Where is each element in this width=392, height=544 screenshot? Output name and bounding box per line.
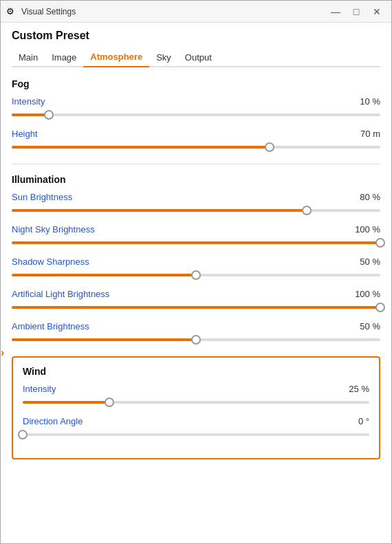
wind-intensity-row: Intensity 25 % (23, 384, 369, 408)
main-content: Custom Preset Main Image Atmosphere Sky … (1, 23, 391, 543)
maximize-button[interactable]: □ (347, 3, 365, 21)
fog-height-value: 70 m (360, 129, 380, 139)
wind-direction-angle-value: 0 ° (358, 416, 369, 426)
fog-intensity-thumb[interactable] (44, 110, 54, 120)
minimize-button[interactable]: — (327, 3, 345, 21)
wind-direction-angle-label: Direction Angle (23, 416, 83, 426)
shadow-sharpness-value: 50 % (360, 257, 380, 267)
ambient-brightness-label-row: Ambient Brightness 50 % (12, 321, 380, 331)
night-sky-brightness-label-row: Night Sky Brightness 100 % (12, 224, 380, 235)
title-bar: ⚙ Visual Settings — □ ✕ (1, 1, 391, 23)
wind-direction-angle-row: Direction Angle 0 ° (23, 416, 369, 440)
ambient-brightness-row: Ambient Brightness 50 % (12, 321, 380, 345)
app-window: ⚙ Visual Settings — □ ✕ Custom Preset Ma… (0, 0, 392, 544)
wind-intensity-thumb[interactable] (105, 398, 114, 407)
fog-intensity-slider[interactable] (12, 109, 380, 120)
night-sky-brightness-value: 100 % (355, 224, 380, 235)
fog-height-slider[interactable] (12, 142, 380, 153)
wind-direction-angle-label-row: Direction Angle 0 ° (23, 416, 369, 426)
fog-section: Fog Intensity 10 % Heig (12, 78, 380, 153)
window-title: Visual Settings (21, 7, 76, 17)
tab-main[interactable]: Main (12, 47, 45, 67)
artificial-light-brightness-label-row: Artificial Light Brightness 100 % (12, 289, 380, 299)
ambient-brightness-label: Ambient Brightness (12, 321, 89, 331)
wind-intensity-label: Intensity (23, 384, 56, 394)
night-sky-brightness-track-fill (12, 241, 380, 244)
shadow-sharpness-row: Shadow Sharpness 50 % (12, 257, 380, 281)
wind-direction-angle-slider[interactable] (23, 429, 369, 440)
illumination-section: Illumination Sun Brightness 80 % (12, 174, 380, 345)
artificial-light-brightness-slider[interactable] (12, 302, 380, 313)
wind-section: Wind Intensity 25 % Dir (12, 356, 380, 459)
shadow-sharpness-track-fill (12, 274, 196, 276)
night-sky-brightness-slider[interactable] (12, 237, 380, 248)
sun-brightness-slider[interactable] (12, 205, 380, 216)
side-arrow-icon: › (1, 347, 4, 359)
illumination-section-title: Illumination (12, 174, 380, 185)
shadow-sharpness-label-row: Shadow Sharpness 50 % (12, 257, 380, 267)
fog-height-label: Height (12, 129, 38, 139)
sun-brightness-label: Sun Brightness (12, 192, 72, 202)
sun-brightness-value: 80 % (360, 192, 380, 202)
tab-output[interactable]: Output (178, 47, 219, 67)
shadow-sharpness-label: Shadow Sharpness (12, 257, 89, 267)
fog-intensity-track-bg (12, 113, 380, 116)
title-bar-left: ⚙ Visual Settings (6, 6, 76, 17)
window-controls: — □ ✕ (327, 3, 386, 21)
fog-section-title: Fog (12, 78, 380, 89)
fog-height-label-row: Height 70 m (12, 129, 380, 139)
fog-height-row: Height 70 m (12, 129, 380, 153)
tab-sky[interactable]: Sky (149, 47, 178, 67)
wind-intensity-slider[interactable] (23, 397, 369, 408)
wind-direction-angle-thumb[interactable] (18, 430, 28, 439)
wind-direction-angle-track-bg (23, 433, 369, 436)
ambient-brightness-value: 50 % (360, 321, 380, 331)
night-sky-brightness-row: Night Sky Brightness 100 % (12, 224, 380, 248)
fog-intensity-value: 10 % (360, 96, 380, 107)
sun-brightness-thumb[interactable] (302, 206, 312, 215)
tab-bar: Main Image Atmosphere Sky Output (12, 47, 380, 67)
night-sky-brightness-thumb[interactable] (375, 238, 385, 248)
artificial-light-brightness-row: Artificial Light Brightness 100 % (12, 289, 380, 313)
tab-image[interactable]: Image (45, 47, 83, 67)
tab-atmosphere[interactable]: Atmosphere (83, 47, 149, 67)
fog-intensity-label-row: Intensity 10 % (12, 96, 380, 107)
sun-brightness-row: Sun Brightness 80 % (12, 192, 380, 216)
close-button[interactable]: ✕ (368, 3, 386, 21)
fog-height-thumb[interactable] (265, 142, 274, 152)
wind-intensity-value: 25 % (349, 384, 369, 394)
artificial-light-brightness-value: 100 % (355, 289, 380, 299)
artificial-light-brightness-thumb[interactable] (375, 303, 385, 312)
ambient-brightness-slider[interactable] (12, 334, 380, 345)
content-body: › Fog Intensity 10 % (12, 78, 380, 459)
wind-section-title: Wind (23, 366, 369, 377)
wind-intensity-label-row: Intensity 25 % (23, 384, 369, 394)
night-sky-brightness-label: Night Sky Brightness (12, 224, 95, 235)
ambient-brightness-thumb[interactable] (191, 335, 201, 345)
fog-illumination-divider (12, 164, 380, 164)
artificial-light-brightness-label: Artificial Light Brightness (12, 289, 109, 299)
shadow-sharpness-thumb[interactable] (191, 270, 201, 280)
fog-height-track-fill (12, 146, 270, 149)
shadow-sharpness-slider[interactable] (12, 270, 380, 281)
artificial-light-brightness-track-fill (12, 306, 380, 309)
app-icon: ⚙ (6, 6, 17, 17)
fog-intensity-track-fill (12, 113, 49, 116)
ambient-brightness-track-fill (12, 338, 196, 341)
sun-brightness-label-row: Sun Brightness 80 % (12, 192, 380, 202)
preset-title: Custom Preset (12, 30, 380, 42)
sun-brightness-track-fill (12, 209, 307, 212)
fog-intensity-row: Intensity 10 % (12, 96, 380, 120)
wind-intensity-track-fill (23, 401, 109, 404)
fog-intensity-label: Intensity (12, 96, 45, 107)
